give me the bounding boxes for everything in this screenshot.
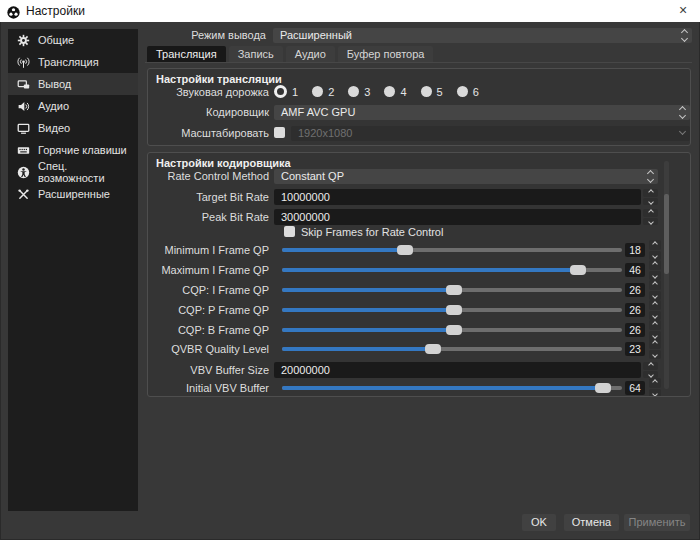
- slider-spin-buttons[interactable]: [649, 260, 661, 280]
- sidebar-item-5[interactable]: Видео: [8, 117, 138, 139]
- peak-bitrate-spin-buttons[interactable]: [643, 209, 658, 225]
- slider-handle[interactable]: [595, 383, 611, 393]
- tab-4[interactable]: Буфер повтора: [338, 46, 434, 62]
- spin-down-icon[interactable]: [643, 218, 658, 226]
- output-mode-label: Режим вывода: [145, 28, 266, 43]
- spin-up-icon[interactable]: [649, 260, 661, 270]
- radio-label: 4: [400, 86, 406, 98]
- radio-checked-icon[interactable]: [274, 85, 287, 98]
- radio-icon[interactable]: [457, 86, 468, 97]
- radio-icon[interactable]: [312, 86, 323, 97]
- output-mode-select[interactable]: Расширенный: [273, 28, 692, 43]
- encoder-scrollbar[interactable]: [664, 161, 669, 389]
- slider-value[interactable]: 26: [625, 323, 645, 337]
- slider-spin-buttons[interactable]: [649, 320, 661, 340]
- sidebar-item-4[interactable]: Аудио: [8, 95, 138, 117]
- skip-frames-checkbox[interactable]: [284, 226, 295, 237]
- slider-fill: [282, 308, 454, 312]
- slider-value[interactable]: 64: [625, 381, 645, 395]
- peak-bitrate-input[interactable]: 30000000: [274, 209, 641, 225]
- tab-2[interactable]: Запись: [229, 46, 283, 62]
- scrollbar-thumb[interactable]: [664, 194, 669, 274]
- radio-icon[interactable]: [384, 86, 395, 97]
- cancel-button[interactable]: Отмена: [564, 514, 619, 531]
- display-icon: [17, 122, 30, 135]
- sidebar-item-7[interactable]: Спец. возможности: [8, 161, 138, 183]
- radio-label: 6: [473, 86, 479, 98]
- slider-handle[interactable]: [397, 245, 413, 255]
- audio-track-option-1[interactable]: 1: [274, 85, 298, 98]
- radio-icon[interactable]: [421, 86, 432, 97]
- sidebar-item-6[interactable]: Горячие клавиши: [8, 139, 138, 161]
- slider-handle[interactable]: [446, 325, 462, 335]
- spin-up-icon[interactable]: [649, 378, 661, 388]
- slider-track[interactable]: [282, 386, 622, 390]
- encoder-select[interactable]: AMF AVC GPU: [274, 105, 690, 120]
- spin-down-icon[interactable]: [649, 291, 661, 301]
- slider-track[interactable]: [282, 347, 622, 351]
- spin-up-icon[interactable]: [643, 189, 658, 197]
- slider-spin-buttons[interactable]: [649, 280, 661, 300]
- sidebar-item-3[interactable]: Вывод: [8, 73, 138, 95]
- slider-spin-buttons[interactable]: [649, 378, 661, 397]
- rescale-checkbox[interactable]: [274, 127, 285, 138]
- spin-up-icon[interactable]: [643, 362, 658, 370]
- radio-icon[interactable]: [348, 86, 359, 97]
- audio-track-option-4[interactable]: 4: [384, 86, 406, 98]
- target-bitrate-input[interactable]: 10000000: [274, 189, 641, 205]
- slider-fill: [282, 386, 610, 390]
- obs-logo-icon: [7, 5, 20, 18]
- vbv-buffer-spin-buttons[interactable]: [643, 362, 658, 378]
- slider-value[interactable]: 26: [625, 283, 645, 297]
- close-button[interactable]: ×: [666, 0, 700, 22]
- spin-down-icon[interactable]: [649, 311, 661, 321]
- spin-up-icon[interactable]: [649, 320, 661, 330]
- slider-handle[interactable]: [446, 285, 462, 295]
- spin-up-icon[interactable]: [649, 339, 661, 349]
- audio-track-option-5[interactable]: 5: [421, 86, 443, 98]
- spin-down-icon[interactable]: [649, 251, 661, 261]
- audio-track-option-3[interactable]: 3: [348, 86, 370, 98]
- slider-spin-buttons[interactable]: [649, 339, 661, 359]
- slider-spin-buttons[interactable]: [649, 300, 661, 320]
- slider-value[interactable]: 23: [625, 342, 645, 356]
- audio-track-option-2[interactable]: 2: [312, 86, 334, 98]
- spin-up-icon[interactable]: [649, 300, 661, 310]
- rate-control-select[interactable]: Constant QP: [274, 169, 658, 184]
- vbv-buffer-input[interactable]: 20000000: [274, 362, 641, 378]
- slider-track[interactable]: [282, 248, 622, 252]
- slider-handle[interactable]: [570, 265, 586, 275]
- slider-track[interactable]: [282, 268, 622, 272]
- slider-track[interactable]: [282, 308, 622, 312]
- skip-frames-label: Skip Frames for Rate Control: [301, 226, 443, 238]
- slider-label: Initial VBV Buffer Fullness: [148, 381, 269, 397]
- slider-track[interactable]: [282, 288, 622, 292]
- spin-down-icon[interactable]: [649, 389, 661, 398]
- apply-button[interactable]: Применить: [624, 514, 690, 531]
- target-bitrate-spin-buttons[interactable]: [643, 189, 658, 205]
- tab-1[interactable]: Трансляция: [147, 46, 226, 62]
- sidebar-item-1[interactable]: Общие: [8, 29, 138, 51]
- slider-row: CQP: I Frame QP26: [148, 280, 688, 300]
- slider-handle[interactable]: [425, 344, 441, 354]
- spin-down-icon[interactable]: [649, 271, 661, 281]
- ok-button[interactable]: OK: [522, 514, 556, 531]
- sidebar-item-8[interactable]: Расширенные: [8, 183, 138, 205]
- rate-control-value: Constant QP: [281, 170, 344, 182]
- spin-up-icon[interactable]: [649, 280, 661, 290]
- sidebar-item-2[interactable]: Трансляция: [8, 51, 138, 73]
- target-bitrate-label: Target Bit Rate: [148, 189, 269, 205]
- spin-down-icon[interactable]: [649, 350, 661, 360]
- slider-value[interactable]: 26: [625, 303, 645, 317]
- slider-track[interactable]: [282, 328, 622, 332]
- slider-value[interactable]: 18: [625, 243, 645, 257]
- spin-up-icon[interactable]: [643, 209, 658, 217]
- spin-up-icon[interactable]: [649, 240, 661, 250]
- slider-spin-buttons[interactable]: [649, 240, 661, 260]
- spin-down-icon[interactable]: [643, 198, 658, 206]
- audio-track-option-6[interactable]: 6: [457, 86, 479, 98]
- slider-value[interactable]: 46: [625, 263, 645, 277]
- slider-handle[interactable]: [446, 305, 462, 315]
- spin-down-icon[interactable]: [643, 371, 658, 379]
- tab-3[interactable]: Аудио: [286, 46, 335, 62]
